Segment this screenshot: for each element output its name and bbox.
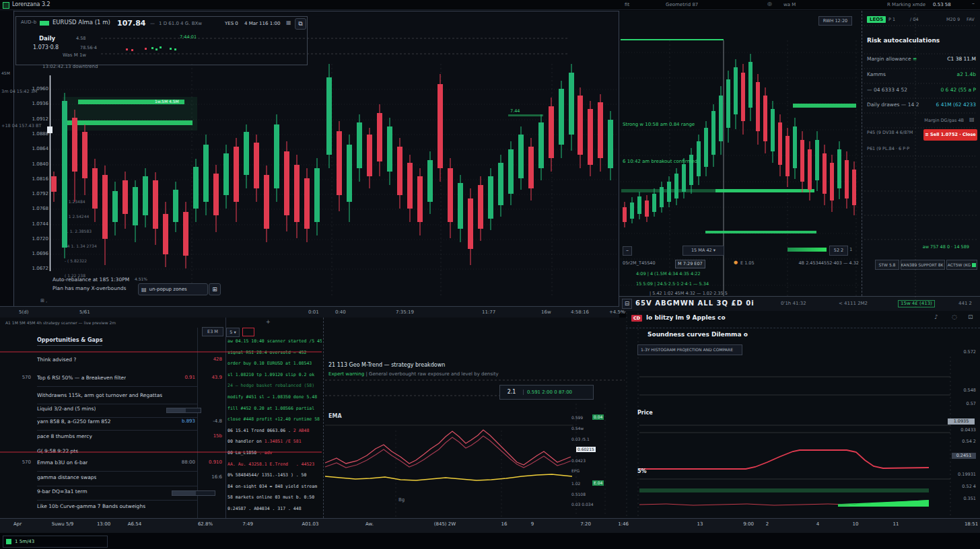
toolbar-meta[interactable]: 1 D 61.0 4 G. BXw (159, 22, 202, 26)
bell-icon[interactable]: ♪ (934, 314, 938, 320)
one-label: 1 (849, 248, 852, 252)
footer-note-1: Auto-rebalance at 185 1:30PM (53, 277, 129, 283)
table-header-note: A1 1M 5M 45M 4h strategy scanner — live … (5, 321, 116, 325)
grid-icon[interactable]: ⊡ (968, 314, 973, 320)
detail-badge: CD (631, 315, 642, 322)
collapse-icon: – (626, 248, 629, 254)
chart-note-1: Strong w 10:58 am 0.84 range (623, 122, 695, 127)
sell-caption-1: P45 (9 DV38 4 6/8?M (867, 131, 913, 135)
toolbar-yes[interactable]: YES 0 (225, 22, 238, 26)
titlebar-value: 0.53 58 (933, 3, 951, 7)
info-session: 13:02:42.13 downtrend (42, 65, 98, 69)
console-tab-experts[interactable]: E3 M (202, 327, 223, 336)
app-icon (3, 2, 9, 9)
chart-note-2: 6 10:42 am breakout confirmed (623, 159, 697, 164)
detail-tab[interactable]: 1-3Y HISTOGRAM PROJECTION AND COMPARE (637, 344, 742, 355)
bottom-panel-title: 65V ABGMWN ALL 3Q £D 0i (635, 300, 755, 307)
titlebar: Lorenzana 3.2 fit Geometrid 87 ◎ wa M R … (0, 0, 980, 10)
position-badge: LEO5 (867, 16, 886, 23)
detail-subtitle: Soundness curves Dilemma o (648, 332, 748, 338)
avg-label: Bg (398, 498, 405, 503)
sell-button[interactable]: ≡ Sell 1.0752 · Close (923, 129, 977, 141)
rail-label: 45M (1, 71, 10, 75)
count-box[interactable]: 52 2 (829, 246, 848, 256)
ema-label: EMA (328, 414, 342, 419)
ma-selector-label: 15 MA 42 ▾ (691, 248, 715, 253)
console-tab-experts-label: E3 M (207, 329, 218, 334)
order-slash-label: / 04 (910, 17, 919, 22)
order-panel-title: Risk autocalculations (867, 38, 940, 44)
last-price: 107.84 (117, 20, 145, 27)
calendar-icon[interactable]: ▦ (286, 20, 291, 26)
indicator-stat-right: 0.591 2:00 0 87:00 (524, 390, 572, 395)
footer-small: 4.51% (135, 277, 147, 281)
symbol-badge-icon (40, 21, 49, 26)
menu-item-fit[interactable]: fit (625, 3, 629, 7)
console-tab-alert[interactable] (242, 328, 254, 336)
ma-selector[interactable]: 15 MA 42 ▾ (682, 246, 724, 256)
eye-icon[interactable]: ◎ (767, 1, 772, 7)
progress-bar-green (788, 248, 827, 252)
price-series-label: Price (637, 410, 653, 416)
table-add-button[interactable]: + (266, 320, 271, 325)
info-price-sub: 78.56·4 (80, 46, 97, 50)
console-tab-filter[interactable]: 5 ▾ (226, 328, 240, 337)
detail-title: lo blitzy lm 9 Apples co (646, 315, 726, 321)
console-tab-filter-label: 5 ▾ (230, 330, 236, 335)
indicator-subtitle: Expert warning | General overbought raw … (328, 372, 499, 377)
info-timeframe-sub: 4.58 (76, 36, 85, 41)
toolbar-date[interactable]: 4 Mar 116 1:00 (244, 22, 280, 26)
corner-stat-label: RWH 12:20 (823, 18, 847, 24)
info-timeframe[interactable]: Daily (39, 36, 55, 42)
panel-menu-button[interactable]: ⊟ (622, 299, 632, 309)
sell-button-label: ≡ Sell 1.0752 · Close (925, 133, 975, 137)
indicator-stat-box: 2.1 0.591 2:00 0 87:00 (499, 385, 594, 400)
header-stat-4: 441 2 (958, 301, 972, 306)
charts-layer (0, 0, 980, 549)
grid-mode-button[interactable]: ⊞ (209, 283, 221, 295)
axis-corner-icon[interactable]: ⊞ , (40, 299, 47, 303)
status-chip[interactable]: 1 5m/43 (3, 536, 108, 548)
order-m-label: M20 9 (946, 17, 960, 22)
info-range: Was M 1w (63, 53, 86, 58)
order-green-note: aw 757 48 0 · 14 589 (875, 245, 969, 250)
unpopup-label: un-popup zones (149, 287, 187, 292)
ticker-label: AUD–b (21, 20, 36, 25)
doc-icon[interactable]: ▤ (969, 117, 975, 122)
sell-caption-2: P61 (9 PL.84 · 6 P·P (867, 147, 909, 151)
taskbar: 1 5m/43 (0, 533, 980, 549)
minimize-button[interactable]: – (972, 1, 975, 7)
status-text: 1 5m/43 (15, 540, 34, 544)
circle-icon[interactable]: ◌ (952, 314, 957, 320)
window-title: Lorenzana 3.2 (12, 2, 50, 7)
marking-mode-label[interactable]: R Marking xmde (887, 3, 925, 7)
header-stat-2: < 4111 2M2 (839, 301, 868, 306)
indicator-stat-left: 2.1 (500, 390, 524, 395)
symbol-name[interactable]: EURUSD Alma (1 m) (53, 20, 110, 26)
indicator-title: 21 113 Geo M-Trend — strategy breakdown (328, 363, 445, 368)
status-dot-icon (6, 539, 11, 544)
spark-label: 7:44:01 (180, 35, 197, 40)
corner-stat-box: RWH 12:20 (818, 16, 852, 26)
header-stat-1: 0'1h 41:32 (781, 301, 806, 306)
count-label: 52 2 (834, 248, 843, 253)
menu-item-geometrid[interactable]: Geometrid 87 (666, 3, 698, 7)
popout-button[interactable]: ⧉ (295, 18, 306, 30)
collapse-button[interactable]: – (623, 246, 632, 256)
menu-item-wam[interactable]: wa M (783, 3, 796, 7)
panel-menu-icon: ⊟ (625, 300, 630, 307)
order-note: Margin DG/gas 4B (867, 118, 964, 123)
footer-note-2: Plan has many X-overbounds (53, 286, 126, 291)
order-fav-label[interactable]: FAV (967, 17, 975, 22)
indicator-subtitle-rest: | General overbought raw exposure and le… (364, 371, 499, 377)
table-section-title: Opportunities & Gaps (37, 338, 102, 346)
order-p-label: P 1 (888, 17, 895, 22)
indicator-warning: Expert warning (328, 371, 364, 377)
level-label: 7.44 (510, 109, 520, 114)
trading-terminal: Lorenzana 3.2 fit Geometrid 87 ◎ wa M R … (0, 0, 980, 549)
unpopup-button[interactable]: ▤ un-popup zones (138, 283, 208, 295)
band-label: 1w.5M 4.5M (155, 100, 179, 104)
toolbar-dash: — (150, 22, 155, 26)
info-price: 1.073·0.8 (33, 45, 59, 50)
pct-series-label: 5% (637, 469, 647, 474)
